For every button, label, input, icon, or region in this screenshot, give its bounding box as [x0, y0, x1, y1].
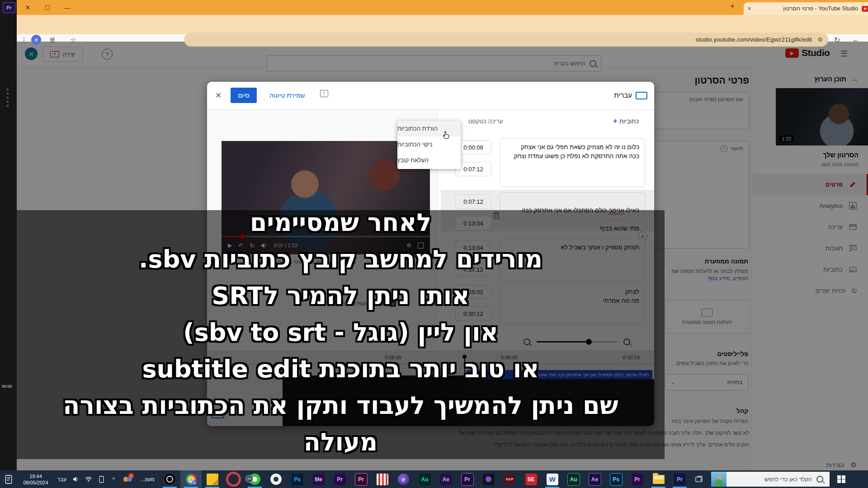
phone-link-icon[interactable]	[95, 470, 108, 488]
taskbar-search-icon	[816, 476, 823, 483]
task-view-icon[interactable]	[690, 470, 708, 488]
taskbar-app-premiere-rush[interactable]: Pr	[350, 470, 372, 488]
cue-text[interactable]: כלום נו זה לא מצחיק כשאת תפלי גם אני אצח…	[500, 138, 645, 187]
caption-line: מורידים למחשב קובץ כתוביות sbv.	[17, 241, 665, 277]
scrollbar-dots	[7, 89, 9, 107]
wifi-icon[interactable]	[82, 470, 95, 488]
extensions-icon[interactable]: ≣	[49, 36, 55, 44]
cue-start-time[interactable]: 0:00:09	[455, 140, 491, 155]
taskbar-app-sticky-notes[interactable]	[202, 470, 223, 488]
notification-badge: 1	[128, 473, 134, 479]
url-input[interactable]	[594, 36, 813, 43]
captions-keyboard-icon	[636, 92, 647, 99]
taskbar-app-chrome[interactable]: א	[180, 470, 202, 488]
feedback-bubble-icon[interactable]: !	[320, 90, 328, 97]
finish-button[interactable]: סיום	[231, 88, 257, 103]
address-bar[interactable]: ⚙	[184, 33, 828, 47]
taskbar-app-premiere-2[interactable]: Pr	[457, 470, 478, 488]
taskbar-app-obs[interactable]	[159, 470, 180, 488]
taskbar-app-subtitle-edit[interactable]: SE	[520, 470, 542, 488]
menu-item-upload-file[interactable]: העלאת קובץ	[397, 152, 461, 168]
browser-menu-icon[interactable]: ⋮	[20, 36, 28, 44]
taskbar-app-opera[interactable]	[223, 470, 244, 488]
taskbar-time: 19:44	[17, 473, 54, 479]
new-tab-button[interactable]: +	[730, 2, 735, 11]
search-highlight-image	[711, 472, 726, 487]
browser-tab[interactable]: ✕ YouTube Studio - פרטי הסרטון ▶	[744, 2, 868, 15]
premiere-badge: Pr	[3, 2, 15, 13]
taskbar-search-placeholder: הקלד כאן כדי לחפש	[764, 476, 812, 483]
taskbar-app-audition[interactable]: Au	[414, 470, 435, 488]
window-close-button[interactable]: ✕	[25, 4, 31, 12]
site-settings-icon[interactable]: ⚙	[817, 36, 823, 43]
save-draft-button[interactable]: שמירת טיוטה	[269, 92, 305, 99]
caption-line: שם ניתן להמשיך לעבוד ותקן את הכתוביות בצ…	[17, 387, 665, 424]
browser-profile-avatar[interactable]: א	[31, 35, 41, 45]
taskbar-app-after-effects-2[interactable]: Ae	[584, 470, 605, 488]
caption-line: און ליין (גוגל - sbv to srt)	[17, 314, 665, 351]
dialog-title: עברית	[605, 91, 632, 99]
hand-cursor	[443, 131, 450, 140]
add-icon: +	[613, 117, 617, 125]
caption-line: לאחר שמסיימים	[17, 204, 665, 241]
browser-tab-bar: ✕ ▢ — + ✕ YouTube Studio - פרטי הסרטון ▶…	[17, 0, 868, 15]
browser-toolbar: ⋮ א ≣ ☆ ⚙ ↻ ← →	[17, 15, 868, 34]
tab-title: YouTube Studio - פרטי הסרטון	[755, 5, 858, 12]
taskbar-app-e-browser[interactable]: e	[393, 470, 414, 488]
taskbar-app-explorer[interactable]	[648, 470, 669, 488]
taskbar-app-premiere[interactable]: Pr	[329, 470, 350, 488]
captions-tab-label: כתוביות	[619, 118, 639, 125]
timecode-label: 00:00	[2, 384, 12, 389]
taskbar-app-audition-2[interactable]: Au	[563, 470, 584, 488]
taskbar-app-photoshop[interactable]: Ps	[287, 470, 308, 488]
taskbar-app-whatsapp[interactable]: 25	[244, 470, 265, 488]
tab-close-icon[interactable]: ✕	[747, 6, 751, 12]
taskbar-app-word[interactable]: W	[542, 470, 563, 488]
caption-line: מעולה	[17, 424, 665, 460]
taskbar-date: 08/05/2024	[17, 479, 54, 486]
whatsapp-badge: 25	[245, 475, 253, 483]
menu-item-download-captions[interactable]: הורדת הכתוביות	[397, 121, 461, 136]
bookmark-star-icon[interactable]: ☆	[70, 36, 76, 44]
taskbar-app-video-tool[interactable]	[478, 470, 499, 488]
dialog-close-icon[interactable]: ✕	[215, 91, 222, 100]
taskbar-search-box[interactable]: הקלד כאן כדי לחפש	[711, 472, 830, 487]
window-maximize-button[interactable]: ▢	[45, 4, 50, 10]
start-button[interactable]	[830, 470, 853, 488]
caption-line: או טוב יותר בתוכנת subtitle edit	[17, 351, 665, 387]
language-indicator[interactable]: עבר	[54, 470, 70, 488]
weather-widget[interactable]: מעונ...	[136, 470, 159, 488]
back-icon[interactable]: ←	[852, 36, 859, 44]
captions-tab[interactable]: + כתוביות	[613, 117, 639, 125]
volume-icon[interactable]	[70, 470, 82, 488]
edit-as-text-button[interactable]: עריכה כטקסט	[468, 118, 503, 125]
reload-icon[interactable]: ↻	[834, 36, 840, 44]
hidden-icons-chevron[interactable]: ^	[108, 470, 119, 488]
pen-journal-icon[interactable]	[0, 470, 17, 488]
screen: Pr 00:00 ✕ ▢ — + ✕ YouTube Studio - פרטי…	[0, 0, 868, 488]
taskbar-app-after-effects[interactable]: Ae	[435, 470, 457, 488]
caption-line: אותו ניתן להמיר לSRT	[17, 277, 665, 314]
taskbar-app-premiere-4[interactable]: Pr	[669, 470, 690, 488]
tutorial-captions: לאחר שמסיימים מורידים למחשב קובץ כתוביות…	[17, 204, 665, 460]
window-minimize-button[interactable]: —	[64, 4, 71, 11]
background-app-strip: Pr 00:00	[0, 0, 17, 470]
taskbar-app-photoshop-2[interactable]: Ps	[605, 470, 627, 488]
taskbar-app-dcp[interactable]: DCP	[499, 470, 520, 488]
menu-item-clear-captions[interactable]: ניקוי הכתוביות	[397, 136, 461, 152]
taskbar-app-media-encoder[interactable]: Me	[308, 470, 329, 488]
clock[interactable]: 19:44 08/05/2024	[17, 473, 54, 486]
youtube-favicon: ▶	[862, 6, 868, 12]
taskbar-app-messenger[interactable]	[265, 470, 287, 488]
taskbar-app-popcorn[interactable]	[372, 470, 393, 488]
windows-taskbar: 19:44 08/05/2024 עבר ^ 1 מעונ... א	[0, 470, 868, 488]
people-icon[interactable]: 1	[119, 470, 136, 488]
taskbar-app-premiere-3[interactable]: Pr	[627, 470, 648, 488]
cue-end-time[interactable]: 0:07:12	[455, 162, 491, 176]
captions-options-menu: הורדת הכתוביות ניקוי הכתוביות העלאת קובץ	[397, 121, 461, 169]
